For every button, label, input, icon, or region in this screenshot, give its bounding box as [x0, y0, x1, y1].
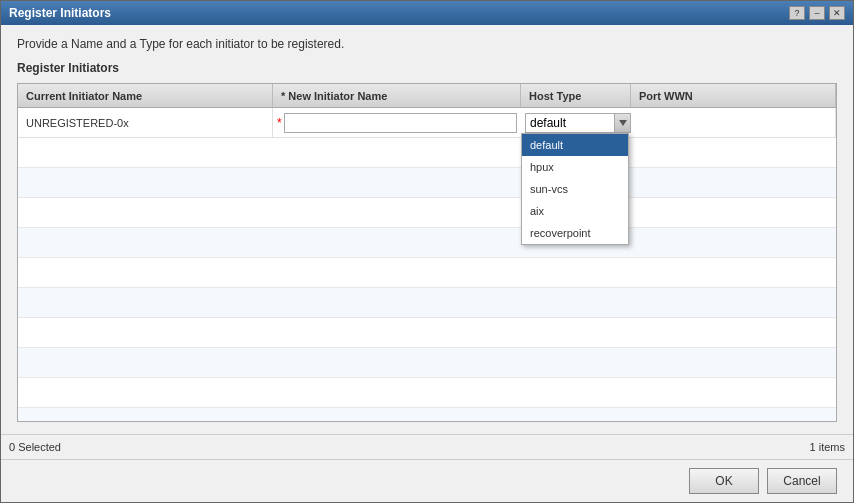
empty-row — [18, 378, 836, 408]
empty-row — [18, 408, 836, 422]
svg-marker-0 — [619, 120, 627, 126]
host-type-dropdown-arrow[interactable] — [615, 113, 631, 133]
initiators-table: Current Initiator Name * New Initiator N… — [17, 83, 837, 422]
host-type-value: default — [530, 116, 566, 130]
empty-row — [18, 198, 836, 228]
new-initiator-input[interactable] — [284, 113, 517, 133]
dialog-footer: OK Cancel — [1, 459, 853, 502]
host-type-cell: default default hpux sun-vcs aix — [521, 113, 631, 133]
ok-button[interactable]: OK — [689, 468, 759, 494]
title-bar-buttons: ? – ✕ — [789, 6, 845, 20]
host-type-select-display[interactable]: default — [525, 113, 615, 133]
empty-row — [18, 318, 836, 348]
empty-rows — [18, 138, 836, 422]
header-new: * New Initiator Name — [273, 84, 521, 107]
host-type-dropdown-menu: default hpux sun-vcs aix recoverpoint — [521, 133, 629, 245]
dropdown-option-sun-vcs[interactable]: sun-vcs — [522, 178, 628, 200]
new-initiator-cell: * — [273, 113, 521, 133]
port-wwn-cell — [631, 108, 836, 137]
header-port: Port WWN — [631, 84, 836, 107]
help-button[interactable]: ? — [789, 6, 805, 20]
empty-row — [18, 258, 836, 288]
header-host: Host Type — [521, 84, 631, 107]
minimize-button[interactable]: – — [809, 6, 825, 20]
cancel-button[interactable]: Cancel — [767, 468, 837, 494]
empty-row — [18, 228, 836, 258]
dropdown-option-aix[interactable]: aix — [522, 200, 628, 222]
items-count: 1 items — [810, 441, 845, 453]
current-initiator-name: UNREGISTERED-0x — [18, 108, 273, 137]
required-star: * — [277, 116, 282, 130]
empty-row — [18, 348, 836, 378]
register-initiators-dialog: Register Initiators ? – ✕ Provide a Name… — [0, 0, 854, 503]
dropdown-option-recoverpoint[interactable]: recoverpoint — [522, 222, 628, 244]
dialog-body: Provide a Name and a Type for each initi… — [1, 25, 853, 434]
table-row: UNREGISTERED-0x * default — [18, 108, 836, 138]
status-bar: 0 Selected 1 items — [1, 434, 853, 459]
host-type-select-wrapper: default — [525, 113, 633, 133]
chevron-down-icon — [619, 120, 627, 126]
title-bar: Register Initiators ? – ✕ — [1, 1, 853, 25]
description-text: Provide a Name and a Type for each initi… — [17, 37, 837, 51]
close-button[interactable]: ✕ — [829, 6, 845, 20]
empty-row — [18, 168, 836, 198]
header-current: Current Initiator Name — [18, 84, 273, 107]
dialog-title: Register Initiators — [9, 6, 111, 20]
empty-row — [18, 288, 836, 318]
empty-row — [18, 138, 836, 168]
section-title: Register Initiators — [17, 61, 837, 75]
dropdown-option-hpux[interactable]: hpux — [522, 156, 628, 178]
dropdown-option-default[interactable]: default — [522, 134, 628, 156]
table-header: Current Initiator Name * New Initiator N… — [18, 84, 836, 108]
selected-count: 0 Selected — [9, 441, 61, 453]
